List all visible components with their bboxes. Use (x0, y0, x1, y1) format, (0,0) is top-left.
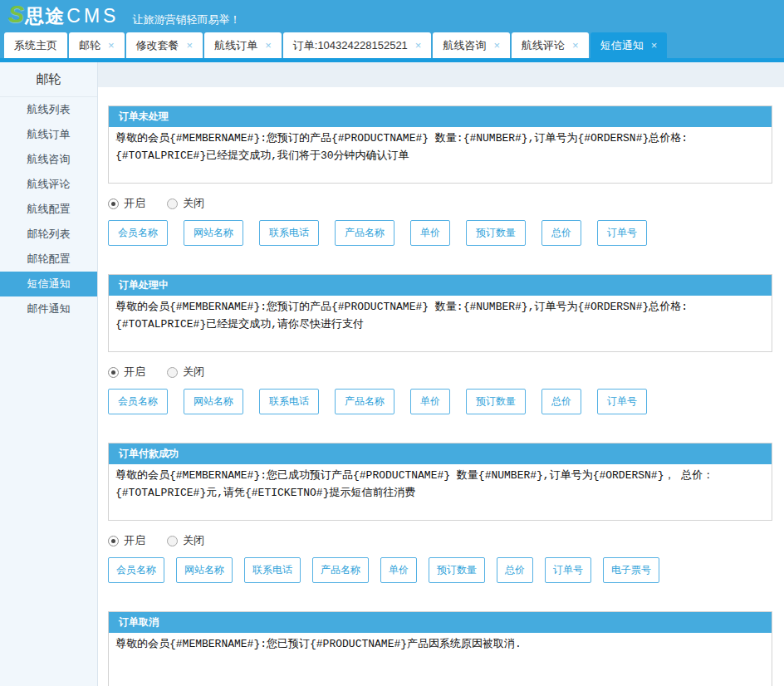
radio-on-icon[interactable] (108, 198, 119, 209)
tab-label: 航线订单 (214, 38, 257, 53)
radio-off-icon[interactable] (167, 367, 178, 378)
tab-label: 短信通知 (600, 38, 644, 53)
insert-variable-button-网站名称[interactable]: 网站名称 (184, 220, 243, 246)
sidebar-item-邮轮列表[interactable]: 邮轮列表 (0, 222, 97, 247)
insert-variable-button-联系电话[interactable]: 联系电话 (259, 220, 319, 246)
radio-on-icon[interactable] (108, 367, 119, 378)
tab-bar: 系统主页 邮轮 × 修改套餐 × 航线订单 × 订单:1043242281525… (0, 32, 784, 58)
section-title: 订单未处理 (109, 106, 772, 127)
tab-航线评论[interactable]: 航线评论 × (512, 32, 589, 58)
tab-label: 修改套餐 (136, 38, 179, 53)
insert-variable-button-产品名称[interactable]: 产品名称 (312, 557, 369, 583)
insert-variable-button-会员名称[interactable]: 会员名称 (108, 557, 164, 583)
close-tab-icon[interactable]: × (493, 40, 500, 51)
tab-label: 系统主页 (14, 38, 57, 53)
sidebar: 邮轮 航线列表航线订单航线咨询航线评论航线配置邮轮列表邮轮配置短信通知邮件通知 (0, 62, 98, 686)
tab-label: 邮轮 (79, 38, 100, 53)
radio-option-on[interactable]: 开启 (108, 365, 145, 380)
insert-variable-button-预订数量[interactable]: 预订数量 (466, 220, 526, 246)
insert-variable-button-总价[interactable]: 总价 (497, 557, 533, 583)
radio-on-icon[interactable] (108, 536, 119, 546)
tab-label: 订单:104324228152521 (293, 38, 408, 53)
tab-航线咨询[interactable]: 航线咨询 × (433, 32, 510, 58)
section-title: 订单取消 (109, 612, 772, 633)
radio-option-off[interactable]: 关闭 (167, 533, 204, 548)
insert-variable-button-产品名称[interactable]: 产品名称 (335, 220, 394, 246)
close-tab-icon[interactable]: × (572, 40, 579, 51)
logo-s-icon: S (8, 2, 24, 27)
insert-variable-button-单价[interactable]: 单价 (410, 389, 450, 414)
radio-on-label: 开启 (124, 533, 145, 548)
insert-variable-button-单价[interactable]: 单价 (410, 220, 450, 246)
close-tab-icon[interactable]: × (187, 40, 194, 51)
tab-邮轮[interactable]: 邮轮 × (69, 32, 125, 58)
sidebar-item-航线评论[interactable]: 航线评论 (0, 172, 97, 197)
template-content-textarea[interactable]: 尊敬的会员{#MEMBERNAME#}:您已成功预订产品{#PRODUCTNAM… (109, 464, 772, 520)
insert-variable-button-网站名称[interactable]: 网站名称 (176, 557, 233, 583)
sidebar-item-邮轮配置[interactable]: 邮轮配置 (0, 247, 97, 272)
section-title: 订单处理中 (109, 275, 772, 296)
sidebar-item-短信通知[interactable]: 短信通知 (0, 272, 97, 296)
radio-on-label: 开启 (124, 196, 145, 211)
sidebar-item-航线列表[interactable]: 航线列表 (0, 97, 97, 122)
insert-variable-button-电子票号[interactable]: 电子票号 (603, 557, 659, 583)
template-section: 订单处理中 尊敬的会员{#MEMBERNAME#}:您预订的产品{#PRODUC… (108, 274, 772, 414)
tab-label: 航线评论 (522, 38, 565, 53)
insert-variable-button-单价[interactable]: 单价 (380, 557, 417, 583)
tab-label: 航线咨询 (443, 38, 486, 53)
app-header: S 思途 CMS 让旅游营销轻而易举！ (0, 0, 784, 32)
close-tab-icon[interactable]: × (651, 40, 658, 51)
insert-variable-button-网站名称[interactable]: 网站名称 (184, 389, 243, 414)
insert-variable-button-预订数量[interactable]: 预订数量 (466, 389, 526, 414)
template-section: 订单付款成功 尊敬的会员{#MEMBERNAME#}:您已成功预订产品{#PRO… (108, 443, 772, 583)
enable-radio-group: 开启 关闭 (108, 196, 772, 211)
tab-系统主页[interactable]: 系统主页 (4, 32, 67, 58)
insert-variable-button-订单号[interactable]: 订单号 (545, 557, 591, 583)
radio-option-off[interactable]: 关闭 (167, 365, 204, 380)
tab-修改套餐[interactable]: 修改套餐 × (126, 32, 203, 58)
insert-variable-button-会员名称[interactable]: 会员名称 (108, 389, 168, 414)
logo-brand-text: 思途 (25, 3, 65, 29)
tab-航线订单[interactable]: 航线订单 × (204, 32, 282, 58)
template-content-textarea[interactable]: 尊敬的会员{#MEMBERNAME#}:您预订的产品{#PRODUCTNAME#… (109, 127, 772, 183)
enable-radio-group: 开启 关闭 (108, 533, 772, 548)
template-section: 订单取消 尊敬的会员{#MEMBERNAME#}:您已预订{#PRODUCTNA… (108, 611, 772, 686)
logo: S 思途 CMS (8, 2, 119, 29)
sidebar-item-航线配置[interactable]: 航线配置 (0, 197, 97, 222)
template-section: 订单未处理 尊敬的会员{#MEMBERNAME#}:您预订的产品{#PRODUC… (108, 105, 772, 246)
radio-option-on[interactable]: 开启 (108, 196, 145, 211)
radio-off-label: 关闭 (183, 196, 204, 211)
insert-variable-button-预订数量[interactable]: 预订数量 (429, 557, 485, 583)
insert-variable-button-订单号[interactable]: 订单号 (597, 220, 647, 246)
radio-off-label: 关闭 (183, 365, 204, 380)
tab-订单:104324228152521[interactable]: 订单:104324228152521 × (283, 32, 432, 58)
sidebar-item-航线订单[interactable]: 航线订单 (0, 122, 97, 147)
close-tab-icon[interactable]: × (415, 40, 422, 51)
insert-variable-button-总价[interactable]: 总价 (541, 220, 581, 246)
template-panel: 订单处理中 尊敬的会员{#MEMBERNAME#}:您预订的产品{#PRODUC… (108, 274, 772, 352)
logo-cms-text: CMS (66, 5, 119, 27)
insert-variable-button-总价[interactable]: 总价 (541, 389, 581, 414)
radio-option-on[interactable]: 开启 (108, 533, 145, 548)
insert-variable-button-联系电话[interactable]: 联系电话 (259, 389, 319, 414)
template-content-textarea[interactable]: 尊敬的会员{#MEMBERNAME#}:您已预订{#PRODUCTNAME#}产… (109, 633, 772, 686)
radio-off-label: 关闭 (183, 533, 204, 548)
brand-tagline: 让旅游营销轻而易举！ (132, 12, 240, 32)
main-area: 订单未处理 尊敬的会员{#MEMBERNAME#}:您预订的产品{#PRODUC… (98, 62, 784, 686)
radio-option-off[interactable]: 关闭 (167, 196, 204, 211)
template-content-textarea[interactable]: 尊敬的会员{#MEMBERNAME#}:您预订的产品{#PRODUCTNAME#… (109, 296, 772, 351)
insert-variable-button-联系电话[interactable]: 联系电话 (244, 557, 301, 583)
insert-variable-button-会员名称[interactable]: 会员名称 (108, 220, 168, 246)
radio-off-icon[interactable] (167, 536, 178, 546)
close-tab-icon[interactable]: × (265, 40, 272, 51)
radio-on-label: 开启 (124, 365, 145, 380)
insert-variable-button-订单号[interactable]: 订单号 (597, 389, 647, 414)
tab-短信通知[interactable]: 短信通知 × (590, 32, 668, 58)
variable-button-row: 会员名称网站名称联系电话产品名称单价预订数量总价订单号 (108, 220, 772, 246)
close-tab-icon[interactable]: × (108, 40, 115, 51)
radio-off-icon[interactable] (167, 198, 178, 209)
sidebar-item-邮件通知[interactable]: 邮件通知 (0, 296, 97, 321)
template-panel: 订单未处理 尊敬的会员{#MEMBERNAME#}:您预订的产品{#PRODUC… (108, 105, 772, 184)
sidebar-item-航线咨询[interactable]: 航线咨询 (0, 147, 97, 172)
insert-variable-button-产品名称[interactable]: 产品名称 (335, 389, 394, 414)
